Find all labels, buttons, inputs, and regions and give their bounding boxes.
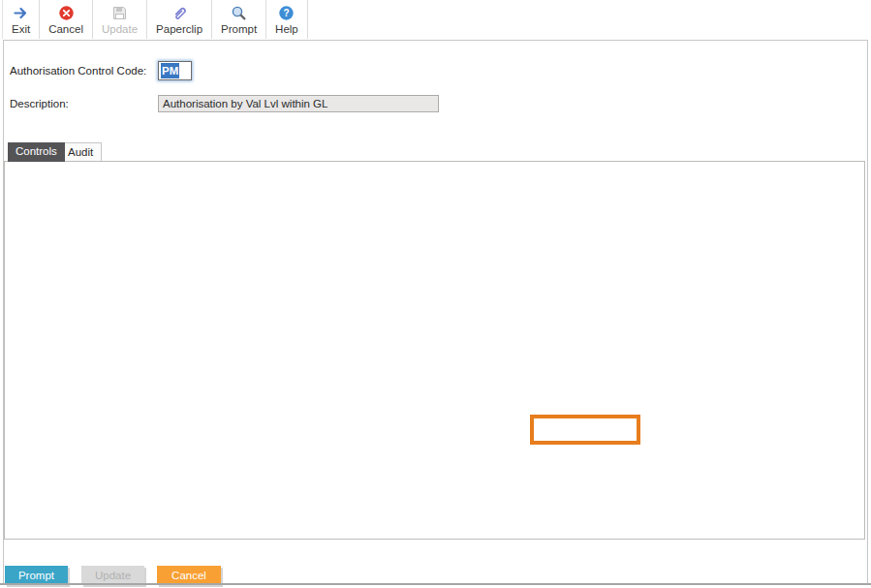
toolbar-item-label: Exit [12,23,30,35]
selected-text: PM [161,63,179,78]
auth-control-code-input[interactable]: PM [158,61,192,80]
exit-button[interactable]: Exit [2,0,40,39]
magnifier-icon [231,5,247,21]
tab-audit[interactable]: Audit [59,142,102,161]
footer-update-button: Update [81,566,144,585]
window-bottom-edge [0,583,871,585]
description-label: Description: [10,98,69,109]
prompt-button[interactable]: Prompt [212,0,266,39]
paperclip-icon [171,5,188,21]
cancel-button[interactable]: Cancel [40,0,93,39]
toolbar-item-label: Paperclip [156,23,202,35]
tab-panel [4,161,865,540]
cancel-icon [58,5,75,21]
toolbar-item-label: Help [275,23,298,35]
description-input[interactable]: Authorisation by Val Lvl within GL [158,95,439,112]
svg-text:?: ? [284,8,290,18]
toolbar-item-label: Cancel [48,23,83,35]
paperclip-button[interactable]: Paperclip [147,0,212,39]
toolbar-item-label: Prompt [221,23,257,35]
toolbar: Exit Cancel Update Paperclip Prompt ? [0,0,871,39]
help-icon: ? [278,5,295,21]
update-button: Update [93,0,147,39]
tab-controls[interactable]: Controls [8,142,65,162]
footer-cancel-button[interactable]: Cancel [157,566,221,585]
auth-control-code-label: Authorisation Control Code: [10,65,146,77]
save-icon [111,5,128,21]
help-button[interactable]: ? Help [266,0,308,39]
footer-prompt-button[interactable]: Prompt [5,566,68,585]
exit-arrow-icon [13,5,29,21]
toolbar-item-label: Update [102,23,138,35]
